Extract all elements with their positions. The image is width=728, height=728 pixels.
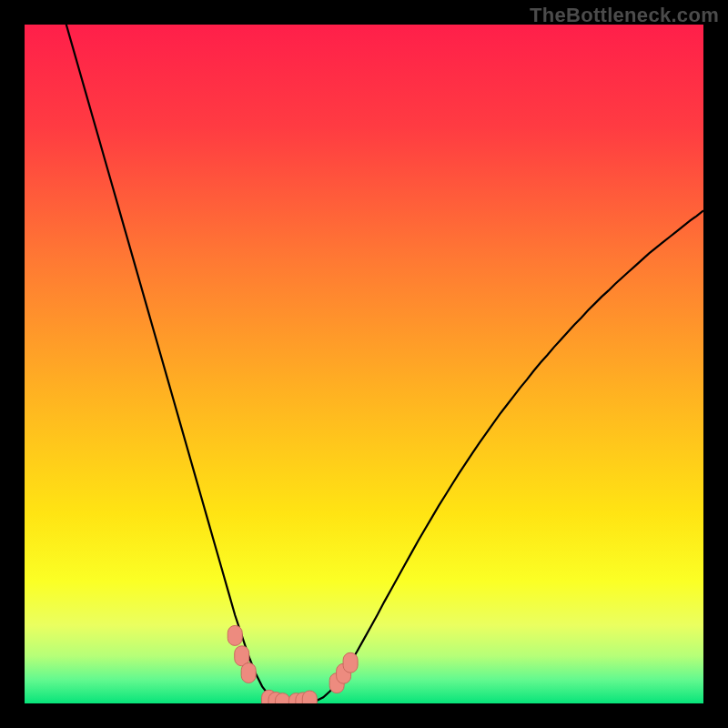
data-marker xyxy=(228,625,242,645)
data-marker xyxy=(275,693,289,703)
watermark-text: TheBottleneck.com xyxy=(530,4,719,27)
data-marker xyxy=(241,662,256,682)
plot-area xyxy=(25,25,703,703)
data-markers xyxy=(25,25,703,703)
chart-frame: TheBottleneck.com xyxy=(0,0,728,728)
data-marker xyxy=(302,691,317,703)
data-marker xyxy=(343,652,358,672)
